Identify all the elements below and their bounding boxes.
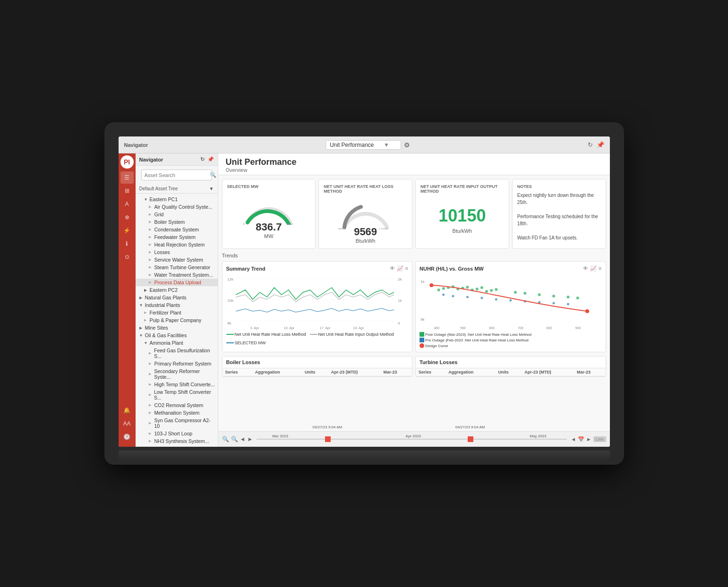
tree-item[interactable]: ▶Low Temp Shift Converter S...: [136, 388, 218, 401]
lightning-icon[interactable]: ⚡: [120, 224, 134, 237]
timeline-next-period-icon[interactable]: ►: [586, 436, 591, 442]
chart-trend-icon[interactable]: 📈: [397, 265, 403, 272]
settings-icon[interactable]: ⚙: [404, 141, 410, 149]
svg-point-48: [495, 298, 497, 301]
legend-hl: Net Unit Heat Rate Heat Loss Method: [226, 332, 306, 337]
timeline-nav[interactable]: 🔍 🔍 ◄ ►: [222, 436, 253, 442]
tree-item-label: Feed Gas Desulfurization S...: [154, 348, 215, 359]
nav-pin-icon[interactable]: 📌: [207, 156, 214, 162]
icon-bar-bottom: 🔔 AA 🕐: [120, 404, 134, 445]
timeline-calendar-icon[interactable]: 📅: [578, 436, 584, 442]
tree-item[interactable]: ▶Fertilizer Plant: [136, 309, 218, 316]
chart-nuhr-menu-icon[interactable]: ≡: [599, 265, 601, 272]
svg-point-40: [538, 293, 541, 296]
asset-tree-label: Default Asset Tree: [139, 186, 178, 191]
gauge-hl-unit: Btu/kWh: [356, 238, 376, 244]
dashboard-selector[interactable]: Unit Performance ▼ ⚙: [325, 140, 410, 150]
grid-icon[interactable]: ⊞: [120, 185, 134, 197]
tree-item[interactable]: ▼Industrial Plants: [136, 301, 218, 309]
tree-item[interactable]: ▶NH3 Synthesis System...: [136, 437, 218, 445]
alarm-icon[interactable]: 🔔: [120, 404, 134, 417]
tree-item[interactable]: ▼Oil & Gas Facilities: [136, 332, 218, 339]
tree-item-label: High Temp Shift Converte...: [154, 382, 215, 387]
tree-item[interactable]: ▶Boiler System: [136, 218, 218, 226]
tree-collapse-icon[interactable]: ▼: [209, 186, 214, 191]
timeline-next-icon[interactable]: ►: [247, 436, 253, 442]
tree-item[interactable]: ▶Heat Rejection System: [136, 241, 218, 248]
tree-item[interactable]: ▶Mine Sites: [136, 324, 218, 332]
tree-item[interactable]: ▶Process Data Upload: [136, 279, 218, 286]
note-line-1: Expect nightly turn down through the 25t…: [517, 192, 601, 206]
chart-nuhr-trend-icon[interactable]: 📈: [590, 265, 597, 272]
chart-menu-icon[interactable]: ≡: [405, 265, 408, 272]
timeline-zoom-in-icon[interactable]: 🔍: [231, 436, 238, 442]
timeline-prev-icon[interactable]: ◄: [240, 436, 246, 442]
tree-item[interactable]: ▶Condensate System: [136, 226, 218, 233]
navigator-panel: Navigator ↻ 📌 🔍 Default Asset Tree ▼: [136, 153, 218, 447]
svg-point-33: [476, 288, 479, 290]
tree-item[interactable]: ▶Pulp & Paper Company: [136, 316, 218, 324]
chart-summary-legend: Net Unit Heat Rate Heat Loss Method Net …: [226, 332, 409, 345]
dashboard-dropdown[interactable]: Unit Performance ▼: [325, 140, 401, 150]
tree-item[interactable]: ▶Secondary Reformer Syste...: [136, 367, 218, 381]
col-aggregation-tl: Aggregation: [445, 368, 495, 376]
tree-item[interactable]: ▶Methanation System: [136, 409, 218, 417]
asset-icon[interactable]: A: [120, 198, 134, 210]
pin-icon[interactable]: 📌: [597, 141, 604, 148]
tree-item[interactable]: ▶Air Quality Control Syste...: [136, 203, 218, 211]
nav-refresh-icon[interactable]: ↻: [200, 156, 205, 162]
timeline-zoom-out-icon[interactable]: 🔍: [222, 436, 229, 442]
tree-item[interactable]: ▶Water Treatment System...: [136, 271, 218, 279]
group-icon[interactable]: ⊙: [120, 251, 134, 263]
tree-arrow-icon: ▶: [149, 258, 154, 262]
clock-icon[interactable]: 🕐: [120, 431, 134, 443]
gauge-svg-hl: 9000 11000: [337, 196, 394, 230]
svg-point-36: [490, 289, 493, 292]
tree-item[interactable]: ▶Losses: [136, 248, 218, 256]
tree-item[interactable]: ▶Syn Gas Compressor A2-10: [136, 417, 218, 430]
refresh-icon[interactable]: ↻: [588, 141, 593, 148]
chart-nuhr-eye-icon[interactable]: 👁: [583, 265, 588, 272]
info-icon[interactable]: ℹ: [120, 238, 134, 250]
tree-item-label: Methanation System: [154, 410, 200, 416]
tree-item-label: Pulp & Paper Company: [150, 317, 202, 323]
tree-item[interactable]: ▼Ammonia Plant: [136, 339, 218, 347]
tree-item-label: Heat Rejection System: [154, 242, 205, 247]
tree-item-label: Process Data Upload: [154, 280, 201, 285]
tree-container: ▼Eastern PC1▶Air Quality Control Syste..…: [136, 194, 218, 447]
tree-arrow-icon: ▶: [149, 403, 154, 407]
tree-item[interactable]: ▶Eastern PC2: [136, 286, 218, 294]
tree-item[interactable]: ▶Natural Gas Plants: [136, 294, 218, 301]
user-icon[interactable]: AA: [120, 417, 134, 430]
tree-arrow-icon: ▶: [149, 362, 154, 366]
turbine-losses-title: Turbine Losses: [416, 357, 606, 368]
svg-text:1k: 1k: [398, 298, 403, 303]
search2-icon[interactable]: ⊗: [120, 211, 134, 223]
tree-item[interactable]: ▼Eastern PC1: [136, 196, 218, 203]
tree-item[interactable]: ▶Steam Turbine Generator: [136, 264, 218, 271]
asset-search-input[interactable]: [145, 172, 210, 178]
tree-item[interactable]: ▶Grid: [136, 211, 218, 218]
tree-item[interactable]: ▶Service Water System: [136, 256, 218, 264]
timeline-dot-2[interactable]: [468, 436, 473, 442]
svg-text:10k: 10k: [227, 298, 234, 303]
col-apr23-tl: Apr-23 (MTD): [522, 368, 574, 376]
tree-item[interactable]: ▶CO2 Removal System: [136, 401, 218, 409]
tree-item[interactable]: ▶High Temp Shift Converte...: [136, 381, 218, 388]
tree-item[interactable]: ▶Feed Gas Desulfurization S...: [136, 347, 218, 360]
tree-item[interactable]: ▶Feedwater System: [136, 233, 218, 241]
chart-eye-icon[interactable]: 👁: [390, 265, 395, 272]
timeline-prev-period-icon[interactable]: ◄: [571, 436, 576, 442]
tree-arrow-icon: ▼: [139, 303, 144, 307]
tree-item-label: Primary Reformer System: [154, 361, 212, 366]
tree-item-label: Feedwater System: [154, 234, 196, 240]
nav-header-icons: ↻ 📌: [200, 156, 214, 162]
tree-item[interactable]: ▶103-J Short Loop: [136, 430, 218, 437]
menu-icon[interactable]: ☰: [120, 171, 134, 184]
svg-point-49: [509, 299, 512, 302]
svg-text:1k: 1k: [420, 280, 425, 284]
timeline-dot-1[interactable]: [325, 436, 331, 442]
chart-nuhr-title: NUHR (H/L) vs. Gross MW: [420, 266, 484, 272]
asset-search-bar[interactable]: 🔍: [141, 170, 212, 180]
tree-item[interactable]: ▶Primary Reformer System: [136, 360, 218, 367]
